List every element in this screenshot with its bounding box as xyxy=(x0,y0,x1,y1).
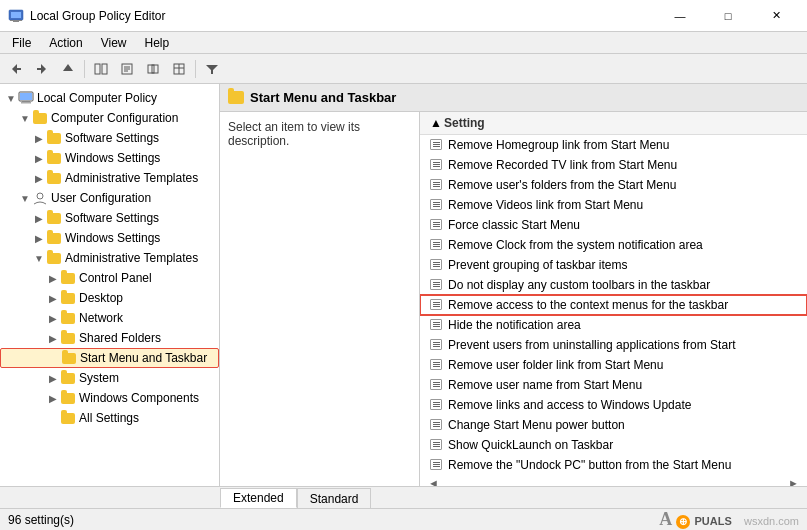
all-settings-icon xyxy=(60,411,76,425)
setting-label: Remove links and access to Windows Updat… xyxy=(448,398,691,412)
shared-folders-toggle[interactable]: ▶ xyxy=(46,331,60,345)
admin-templates-2-label: Administrative Templates xyxy=(65,251,198,265)
tree-admin-templates-1[interactable]: ▶ Administrative Templates xyxy=(0,168,219,188)
menu-help[interactable]: Help xyxy=(137,34,178,52)
setting-row[interactable]: Hide the notification area xyxy=(420,315,807,335)
svg-rect-23 xyxy=(22,101,30,102)
tree-computer-config[interactable]: ▼ Computer Configuration xyxy=(0,108,219,128)
settings-panel[interactable]: ▲ Setting Remove Homegroup link from Sta… xyxy=(420,112,807,486)
properties-button[interactable] xyxy=(115,58,139,80)
desktop-toggle[interactable]: ▶ xyxy=(46,291,60,305)
setting-icon xyxy=(428,318,444,332)
tree-desktop[interactable]: ▶ Desktop xyxy=(0,288,219,308)
network-icon xyxy=(60,311,76,325)
all-settings-toggle[interactable] xyxy=(46,411,60,425)
tree-admin-templates-2[interactable]: ▼ Administrative Templates xyxy=(0,248,219,268)
setting-row[interactable]: Remove Homegroup link from Start Menu xyxy=(420,135,807,155)
svg-rect-15 xyxy=(148,65,154,73)
svg-rect-9 xyxy=(95,64,100,74)
shared-folders-icon xyxy=(60,331,76,345)
admin-templates-2-toggle[interactable]: ▼ xyxy=(32,251,46,265)
control-panel-toggle[interactable]: ▶ xyxy=(46,271,60,285)
setting-icon xyxy=(428,338,444,352)
setting-row[interactable]: Remove Videos link from Start Menu xyxy=(420,195,807,215)
software-settings-1-label: Software Settings xyxy=(65,131,159,145)
network-label: Network xyxy=(79,311,123,325)
svg-marker-20 xyxy=(206,65,218,74)
setting-row[interactable]: Remove user folder link from Start Menu xyxy=(420,355,807,375)
root-toggle[interactable]: ▼ xyxy=(4,91,18,105)
start-menu-taskbar-label: Start Menu and Taskbar xyxy=(80,351,207,365)
setting-row[interactable]: Remove user's folders from the Start Men… xyxy=(420,175,807,195)
control-panel-icon xyxy=(60,271,76,285)
software-settings-2-toggle[interactable]: ▶ xyxy=(32,211,46,225)
start-menu-taskbar-toggle[interactable] xyxy=(47,351,61,365)
back-button[interactable] xyxy=(4,58,28,80)
setting-row[interactable]: Change Start Menu power button xyxy=(420,415,807,435)
show-hide-button[interactable] xyxy=(89,58,113,80)
setting-row-highlighted[interactable]: Remove access to the context menus for t… xyxy=(420,295,807,315)
tree-network[interactable]: ▶ Network xyxy=(0,308,219,328)
setting-row[interactable]: Remove links and access to Windows Updat… xyxy=(420,395,807,415)
setting-icon xyxy=(428,458,444,472)
setting-row[interactable]: Force classic Start Menu xyxy=(420,215,807,235)
user-config-toggle[interactable]: ▼ xyxy=(18,191,32,205)
setting-label: Do not display any custom toolbars in th… xyxy=(448,278,710,292)
description-panel: Select an item to view its description. xyxy=(220,112,420,486)
menu-file[interactable]: File xyxy=(4,34,39,52)
tree-system[interactable]: ▶ System xyxy=(0,368,219,388)
filter-button[interactable] xyxy=(200,58,224,80)
setting-row[interactable]: Remove Clock from the system notificatio… xyxy=(420,235,807,255)
setting-label: Change Start Menu power button xyxy=(448,418,625,432)
computer-config-toggle[interactable]: ▼ xyxy=(18,111,32,125)
svg-rect-7 xyxy=(37,68,41,70)
tree-shared-folders[interactable]: ▶ Shared Folders xyxy=(0,328,219,348)
all-settings-label: All Settings xyxy=(79,411,139,425)
setting-row[interactable]: Remove the "Undock PC" button from the S… xyxy=(420,455,807,475)
tree-windows-settings-2[interactable]: ▶ Windows Settings xyxy=(0,228,219,248)
windows-components-icon xyxy=(60,391,76,405)
setting-icon xyxy=(428,438,444,452)
setting-label: Force classic Start Menu xyxy=(448,218,580,232)
menu-action[interactable]: Action xyxy=(41,34,90,52)
tree-software-settings-1[interactable]: ▶ Software Settings xyxy=(0,128,219,148)
tree-user-config[interactable]: ▼ User Configuration xyxy=(0,188,219,208)
tree-root[interactable]: ▼ Local Computer Policy xyxy=(0,88,219,108)
setting-icon xyxy=(428,158,444,172)
window-title: Local Group Policy Editor xyxy=(30,9,165,23)
windows-components-toggle[interactable]: ▶ xyxy=(46,391,60,405)
svg-rect-1 xyxy=(11,12,21,18)
tree-all-settings[interactable]: All Settings xyxy=(0,408,219,428)
system-toggle[interactable]: ▶ xyxy=(46,371,60,385)
maximize-button[interactable]: □ xyxy=(705,6,751,26)
tab-extended[interactable]: Extended xyxy=(220,488,297,508)
setting-row[interactable]: Show QuickLaunch on Taskbar xyxy=(420,435,807,455)
list-button[interactable] xyxy=(167,58,191,80)
setting-row[interactable]: Prevent grouping of taskbar items xyxy=(420,255,807,275)
windows-settings-1-toggle[interactable]: ▶ xyxy=(32,151,46,165)
extend-button[interactable] xyxy=(141,58,165,80)
close-button[interactable]: ✕ xyxy=(753,6,799,26)
tab-standard[interactable]: Standard xyxy=(297,488,372,508)
title-bar-left: Local Group Policy Editor xyxy=(8,8,165,24)
network-toggle[interactable]: ▶ xyxy=(46,311,60,325)
up-button[interactable] xyxy=(56,58,80,80)
minimize-button[interactable]: — xyxy=(657,6,703,26)
user-config-icon xyxy=(32,191,48,205)
menu-view[interactable]: View xyxy=(93,34,135,52)
tree-windows-components[interactable]: ▶ Windows Components xyxy=(0,388,219,408)
setting-row[interactable]: Remove Recorded TV link from Start Menu xyxy=(420,155,807,175)
setting-row[interactable]: Do not display any custom toolbars in th… xyxy=(420,275,807,295)
tree-windows-settings-1[interactable]: ▶ Windows Settings xyxy=(0,148,219,168)
tree-software-settings-2[interactable]: ▶ Software Settings xyxy=(0,208,219,228)
setting-label: Remove user name from Start Menu xyxy=(448,378,642,392)
software-settings-1-toggle[interactable]: ▶ xyxy=(32,131,46,145)
forward-button[interactable] xyxy=(30,58,54,80)
setting-row[interactable]: Remove user name from Start Menu xyxy=(420,375,807,395)
setting-icon xyxy=(428,378,444,392)
tree-start-menu-taskbar[interactable]: Start Menu and Taskbar xyxy=(0,348,219,368)
setting-row[interactable]: Prevent users from uninstalling applicat… xyxy=(420,335,807,355)
tree-control-panel[interactable]: ▶ Control Panel xyxy=(0,268,219,288)
admin-templates-1-toggle[interactable]: ▶ xyxy=(32,171,46,185)
windows-settings-2-toggle[interactable]: ▶ xyxy=(32,231,46,245)
